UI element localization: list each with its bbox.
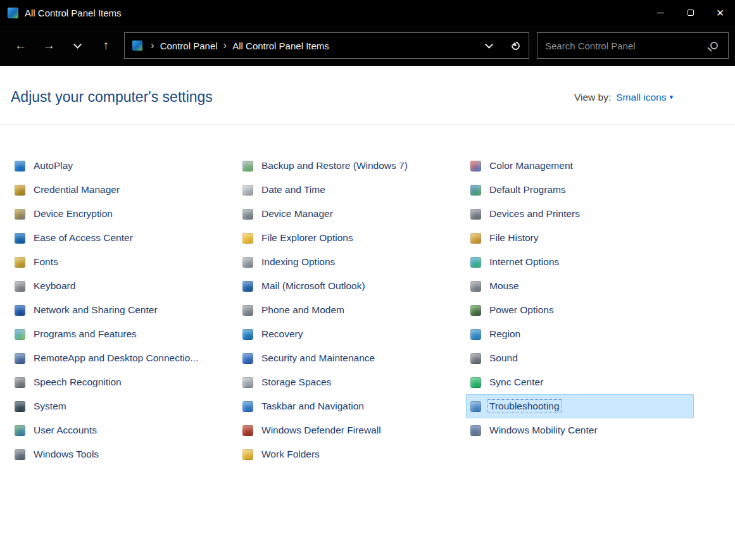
item-label: Programs and Features — [31, 327, 139, 341]
control-panel-item[interactable]: Sound — [466, 346, 694, 370]
item-label: Keyboard — [31, 279, 78, 293]
item-label: Power Options — [487, 303, 556, 317]
control-panel-item[interactable]: Backup and Restore (Windows 7) — [238, 154, 466, 178]
device-encryption-icon — [15, 209, 25, 220]
minimize-button[interactable] — [646, 0, 675, 25]
control-panel-item[interactable]: RemoteApp and Desktop Connectio... — [10, 346, 238, 370]
minimize-icon — [657, 13, 664, 13]
titlebar: All Control Panel Items × — [0, 0, 735, 25]
control-panel-item[interactable]: Taskbar and Navigation — [238, 394, 466, 418]
device-manager-icon — [242, 209, 253, 220]
view-by-dropdown[interactable]: Small icons ▾ — [616, 92, 673, 103]
file-explorer-options-icon — [242, 233, 253, 244]
control-panel-item[interactable]: Device Manager — [238, 202, 466, 226]
navigation-bar: ← → ↑ › Control Panel › All Control Pane… — [0, 25, 735, 66]
up-icon: ↑ — [103, 39, 110, 53]
control-panel-item[interactable]: Windows Defender Firewall — [238, 418, 466, 442]
item-label: Credential Manager — [31, 183, 122, 197]
address-dropdown-button[interactable] — [475, 33, 502, 58]
control-panel-item[interactable]: Storage Spaces — [238, 370, 466, 394]
phone-and-modem-icon — [242, 305, 253, 316]
item-label: Work Folders — [259, 447, 322, 461]
search-box — [537, 32, 729, 59]
control-panel-item[interactable]: Phone and Modem — [238, 298, 466, 322]
back-button[interactable]: ← — [6, 34, 35, 57]
control-panel-item[interactable]: Indexing Options — [238, 250, 466, 274]
item-label: Indexing Options — [259, 255, 337, 269]
control-panel-item[interactable]: Network and Sharing Center — [10, 298, 238, 322]
maximize-button[interactable] — [675, 0, 705, 25]
address-bar[interactable]: › Control Panel › All Control Panel Item… — [124, 32, 529, 59]
address-bar-controls — [475, 33, 529, 58]
control-panel-item[interactable]: AutoPlay — [10, 154, 238, 178]
speech-recognition-icon — [15, 377, 25, 388]
control-panel-item[interactable]: User Accounts — [10, 418, 238, 442]
items-column-2: Backup and Restore (Windows 7)Date and T… — [238, 154, 466, 466]
date-and-time-icon — [242, 185, 253, 196]
control-panel-item[interactable]: Keyboard — [10, 274, 238, 298]
control-panel-item[interactable]: Date and Time — [238, 178, 466, 202]
control-panel-item[interactable]: Work Folders — [238, 442, 466, 466]
control-panel-item[interactable]: Windows Mobility Center — [466, 418, 694, 442]
forward-button[interactable]: → — [35, 34, 63, 57]
taskbar-and-navigation-icon — [242, 401, 253, 412]
control-panel-item[interactable]: Mouse — [466, 274, 694, 298]
default-programs-icon — [470, 185, 481, 196]
control-panel-item[interactable]: Windows Tools — [10, 442, 238, 466]
control-panel-item[interactable]: Troubleshooting — [466, 394, 694, 418]
control-panel-item[interactable]: Fonts — [10, 250, 238, 274]
control-panel-item[interactable]: Default Programs — [466, 178, 694, 202]
forward-icon: → — [43, 39, 55, 53]
control-panel-item[interactable]: Internet Options — [466, 250, 694, 274]
item-label: Region — [487, 327, 523, 341]
item-label: Fonts — [31, 255, 61, 269]
location-icon — [132, 40, 142, 51]
control-panel-item[interactable]: Recovery — [238, 322, 466, 346]
breadcrumb-all-control-panel-items[interactable]: All Control Panel Items — [232, 40, 329, 51]
item-label: Default Programs — [487, 183, 569, 197]
work-folders-icon — [242, 449, 253, 460]
mouse-icon — [470, 281, 481, 292]
control-panel-item[interactable]: Sync Center — [466, 370, 694, 394]
breadcrumb-separator-icon: › — [151, 39, 154, 52]
item-label: Mail (Microsoft Outlook) — [259, 279, 368, 293]
user-accounts-icon — [15, 425, 25, 436]
up-button[interactable]: ↑ — [92, 34, 120, 57]
item-label: Date and Time — [259, 183, 328, 197]
control-panel-item[interactable]: Region — [466, 322, 694, 346]
file-history-icon — [470, 233, 481, 244]
control-panel-item[interactable]: Power Options — [466, 298, 694, 322]
control-panel-item[interactable]: File Explorer Options — [238, 226, 466, 250]
control-panel-item[interactable]: Color Management — [466, 154, 694, 178]
breadcrumb-control-panel[interactable]: Control Panel — [160, 40, 218, 51]
refresh-button[interactable] — [502, 33, 529, 58]
search-input[interactable] — [537, 40, 710, 51]
indexing-options-icon — [242, 257, 253, 268]
item-label: System — [31, 399, 69, 413]
control-panel-item[interactable]: File History — [466, 226, 694, 250]
item-label: Phone and Modem — [259, 303, 347, 317]
items-column-3: Color ManagementDefault ProgramsDevices … — [466, 154, 694, 466]
control-panel-item[interactable]: Programs and Features — [10, 322, 238, 346]
control-panel-item[interactable]: Mail (Microsoft Outlook) — [238, 274, 466, 298]
recovery-icon — [242, 329, 253, 340]
item-label: RemoteApp and Desktop Connectio... — [31, 351, 201, 365]
recent-locations-button[interactable] — [63, 34, 92, 57]
control-panel-item[interactable]: Speech Recognition — [10, 370, 238, 394]
control-panel-item[interactable]: System — [10, 394, 238, 418]
control-panel-item[interactable]: Credential Manager — [10, 178, 238, 202]
window-controls: × — [646, 0, 735, 25]
control-panel-item[interactable]: Security and Maintenance — [238, 346, 466, 370]
breadcrumb-separator-icon: › — [223, 39, 227, 52]
close-button[interactable]: × — [705, 0, 735, 25]
item-label: File Explorer Options — [259, 231, 356, 245]
control-panel-item[interactable]: Device Encryption — [10, 202, 238, 226]
item-label: Network and Sharing Center — [31, 303, 160, 317]
programs-and-features-icon — [15, 329, 25, 340]
control-panel-item[interactable]: Devices and Printers — [466, 202, 694, 226]
content-area: Adjust your computer's settings View by:… — [0, 66, 735, 560]
item-label: Internet Options — [487, 255, 562, 269]
view-by-group: View by: Small icons ▾ — [574, 92, 673, 103]
control-panel-item[interactable]: Ease of Access Center — [10, 226, 238, 250]
view-by-value: Small icons — [616, 92, 666, 103]
